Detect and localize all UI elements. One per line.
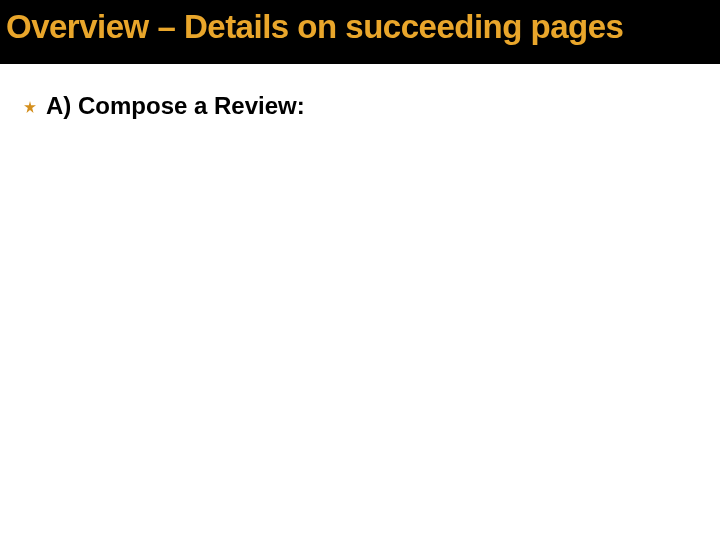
bullet-icon	[24, 101, 36, 113]
list-item: A) Compose a Review:	[24, 92, 696, 120]
title-band: Overview – Details on succeeding pages	[0, 0, 720, 64]
slide-body: A) Compose a Review:	[0, 64, 720, 120]
slide-title: Overview – Details on succeeding pages	[6, 8, 714, 46]
bullet-text: A) Compose a Review:	[46, 92, 305, 120]
